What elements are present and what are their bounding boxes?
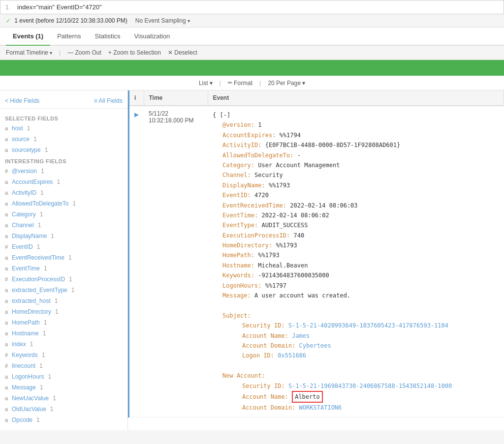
- interesting-field-item[interactable]: aHomePath1: [0, 317, 127, 328]
- field-val: 2022-02-14 08:06:03: [290, 202, 357, 209]
- interesting-field-item[interactable]: #Keywords1: [0, 350, 127, 360]
- interesting-field-item[interactable]: #EventID1: [0, 241, 127, 252]
- interesting-field-item[interactable]: aLogonHours1: [0, 371, 127, 382]
- field-type-icon: a: [5, 232, 10, 240]
- subject-field-line: Account Domain: Cybertees: [213, 341, 499, 351]
- field-count: 1: [44, 318, 47, 327]
- field-count: 1: [57, 178, 60, 186]
- sampling-caret-icon: ▾: [188, 18, 190, 24]
- selected-field-item[interactable]: asourcetype1: [0, 145, 127, 155]
- field-name: AccountExpires: [12, 178, 53, 186]
- interesting-field-item[interactable]: aOldUacValue1: [0, 404, 127, 414]
- event-field-line: EventID: 4720: [213, 190, 499, 200]
- field-val: 1: [258, 121, 261, 128]
- interesting-field-item[interactable]: aActivityID1: [0, 187, 127, 198]
- field-val: A user account was created.: [254, 292, 350, 299]
- interesting-field-item[interactable]: aEventTime1: [0, 263, 127, 274]
- interesting-field-item[interactable]: aHomeDirectory1: [0, 306, 127, 317]
- search-query[interactable]: index="main" EventID="4720": [17, 3, 102, 11]
- event-field-line: DisplayName: %%1793: [213, 180, 499, 190]
- event-field-line: HomePath: %%1793: [213, 250, 499, 260]
- field-type-icon: a: [5, 340, 10, 349]
- field-count: 1: [37, 242, 40, 251]
- selected-field-item[interactable]: ahost1: [0, 123, 127, 134]
- zoom-out-button[interactable]: — Zoom Out: [67, 49, 101, 56]
- field-count: 1: [39, 361, 43, 370]
- field-name: NewUacValue: [12, 394, 49, 403]
- field-name: ExecutionProcessID: [12, 275, 65, 284]
- field-count: 1: [41, 167, 44, 176]
- deselect-button[interactable]: ✕ Deselect: [168, 49, 197, 56]
- field-type-icon: a: [5, 135, 10, 144]
- field-key: Account Domain:: [242, 342, 295, 349]
- field-name: Message: [12, 383, 36, 392]
- field-val: 0x551686: [278, 352, 306, 359]
- field-count: 1: [42, 351, 45, 359]
- field-name: HomeDirectory: [12, 307, 51, 316]
- format-button[interactable]: ✏ Format: [228, 80, 252, 87]
- event-field-line: Message: A user account was created.: [213, 291, 499, 300]
- per-page-caret-icon: ▾: [302, 80, 305, 87]
- field-type-icon: a: [5, 124, 10, 133]
- field-val: Cybertees: [299, 342, 331, 349]
- field-key: Category:: [222, 162, 254, 169]
- interesting-field-item[interactable]: aHostname1: [0, 328, 127, 339]
- interesting-field-item[interactable]: aMessage1: [0, 382, 127, 393]
- field-name: EventID: [12, 242, 33, 251]
- format-timeline-button[interactable]: Format Timeline ▾: [6, 49, 52, 56]
- field-type-icon: a: [5, 373, 10, 381]
- interesting-field-item[interactable]: aextracted_host1: [0, 296, 127, 306]
- interesting-field-item[interactable]: aindex1: [0, 339, 127, 350]
- interesting-field-item[interactable]: aextracted_EventType1: [0, 285, 127, 296]
- field-type-icon: a: [5, 178, 10, 186]
- expand-icon[interactable]: ▶: [129, 106, 144, 417]
- interesting-field-item[interactable]: aOpcode1: [0, 414, 127, 425]
- field-name: LogonHours: [12, 372, 44, 381]
- interesting-field-item[interactable]: #linecount1: [0, 360, 127, 371]
- interesting-field-item[interactable]: aChannel1: [0, 220, 127, 231]
- interesting-field-item[interactable]: #ExecutionProcessID1: [0, 274, 127, 285]
- field-key: EventTime:: [222, 212, 258, 219]
- tab-patterns[interactable]: Patterns: [50, 28, 88, 46]
- ctrl-separator-1: |: [220, 79, 221, 87]
- all-fields-link[interactable]: ≡ All Fields: [94, 97, 123, 104]
- list-button[interactable]: List ▾: [199, 80, 213, 87]
- subject-header: Subject:: [222, 312, 251, 319]
- main-content: < Hide Fields ≡ All Fields SELECTED FIEL…: [0, 90, 504, 430]
- field-type-icon: a: [5, 221, 10, 230]
- field-val: %%1794: [280, 132, 301, 139]
- hide-fields-link[interactable]: < Hide Fields: [5, 97, 39, 104]
- field-type-icon: a: [5, 416, 10, 424]
- field-key: Security ID:: [242, 383, 285, 389]
- selected-field-item[interactable]: asource1: [0, 134, 127, 145]
- results-table: i Time Event ▶ 5/11/22 10:32:18.000 PM {…: [128, 90, 504, 417]
- interesting-field-item[interactable]: aEventReceivedTime1: [0, 252, 127, 263]
- results-area: i Time Event ▶ 5/11/22 10:32:18.000 PM {…: [128, 90, 504, 430]
- field-key: AccountExpires:: [222, 132, 276, 139]
- interesting-field-item[interactable]: aAccountExpires1: [0, 177, 127, 187]
- search-bar: 1 index="main" EventID="4720": [0, 0, 504, 14]
- interesting-field-item[interactable]: aAllowedToDelegateTo1: [0, 198, 127, 209]
- field-type-icon: a: [5, 329, 10, 338]
- field-name: Opcode: [12, 415, 32, 424]
- interesting-field-item[interactable]: aNewUacValue1: [0, 393, 127, 404]
- field-type-icon: a: [5, 286, 10, 295]
- tab-statistics[interactable]: Statistics: [88, 28, 127, 46]
- zoom-selection-button[interactable]: + Zoom to Selection: [108, 49, 161, 56]
- field-count: 1: [55, 307, 59, 316]
- interesting-field-item[interactable]: aCategory1: [0, 209, 127, 220]
- fields-sidebar: < Hide Fields ≡ All Fields SELECTED FIEL…: [0, 90, 128, 430]
- tab-visualization[interactable]: Visualization: [127, 28, 177, 46]
- event-field-line: Channel: Security: [213, 170, 499, 180]
- highlighted-value: Alberto: [292, 391, 323, 403]
- sampling-dropdown[interactable]: No Event Sampling ▾: [135, 17, 190, 24]
- tab-events[interactable]: Events (1): [6, 28, 50, 46]
- field-val: AUDIT_SUCCESS: [261, 222, 308, 229]
- field-count: 1: [27, 124, 31, 133]
- field-type-icon: a: [5, 210, 10, 219]
- interesting-field-item[interactable]: #@version1: [0, 166, 127, 177]
- new-account-field-line: Account Name: Alberto: [213, 391, 499, 403]
- interesting-field-item[interactable]: aDisplayName1: [0, 231, 127, 241]
- per-page-button[interactable]: 20 Per Page ▾: [268, 80, 305, 87]
- event-field-line: EventReceivedTime: 2022-02-14 08:06:03: [213, 201, 499, 210]
